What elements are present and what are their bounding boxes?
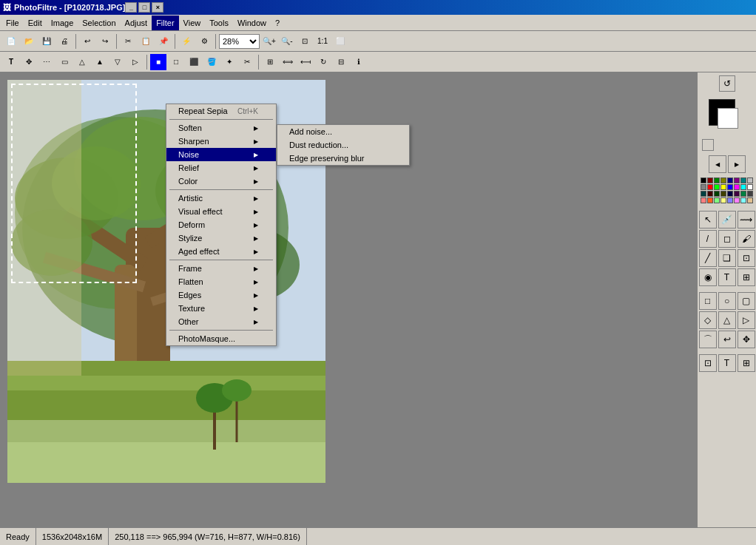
- filter-soften[interactable]: Soften ▶: [166, 121, 276, 135]
- triangle-tool[interactable]: △: [718, 311, 736, 329]
- palette-magenta[interactable]: [734, 184, 740, 190]
- filter-repeat-sepia[interactable]: Repeat Sepia Ctrl+K: [166, 104, 276, 118]
- filter-relief[interactable]: Relief ▶: [166, 161, 276, 175]
- palette-c18[interactable]: [707, 191, 713, 197]
- fill-tool[interactable]: 🪣: [203, 54, 220, 70]
- grid2-tool[interactable]: ⊞: [738, 354, 755, 372]
- zoom-fit-button[interactable]: ⊡: [297, 33, 313, 50]
- palette-black[interactable]: [701, 177, 706, 183]
- copy-button[interactable]: 📋: [138, 33, 154, 50]
- palette-c32[interactable]: [747, 197, 753, 203]
- palette-cyan[interactable]: [740, 184, 746, 190]
- edge-preserving-blur-item[interactable]: Edge preserving blur: [277, 152, 409, 165]
- menu-help[interactable]: ?: [271, 16, 284, 30]
- menu-edit[interactable]: Edit: [24, 16, 47, 30]
- palette-c28[interactable]: [720, 197, 726, 203]
- mirror-tool[interactable]: ⟻: [297, 54, 314, 70]
- palette-darkred[interactable]: [707, 177, 713, 183]
- paste-button[interactable]: 📌: [155, 33, 172, 50]
- close-button[interactable]: ×: [152, 2, 163, 13]
- palette-purple[interactable]: [734, 177, 740, 183]
- palette-c21[interactable]: [727, 191, 733, 197]
- zoom-in-button[interactable]: 🔍+: [261, 33, 277, 50]
- zoom-select[interactable]: 28% 50% 100%: [219, 34, 260, 49]
- color1-tool[interactable]: ■: [150, 54, 166, 70]
- palette-c26[interactable]: [707, 197, 713, 203]
- palette-c17[interactable]: [701, 191, 706, 197]
- palette-c19[interactable]: [714, 191, 720, 197]
- filter-flatten[interactable]: Flatten ▶: [166, 275, 276, 288]
- flip-tool[interactable]: ⟺: [280, 54, 296, 70]
- copy2-tool[interactable]: ⊞: [262, 54, 278, 70]
- filter-other[interactable]: Other ▶: [166, 315, 276, 328]
- palette-white[interactable]: [747, 184, 753, 190]
- diamond-tool[interactable]: ◇: [699, 311, 717, 329]
- palette-green[interactable]: [714, 184, 720, 190]
- menu-adjust[interactable]: Adjust: [121, 16, 152, 30]
- palette-c29[interactable]: [727, 197, 733, 203]
- tri3-tool[interactable]: ▽: [109, 54, 126, 70]
- palette-c23[interactable]: [740, 191, 746, 197]
- canvas-area[interactable]: Repeat Sepia Ctrl+K Soften ▶ Sharpen ▶ N…: [0, 72, 697, 527]
- right-tri-tool[interactable]: ▷: [738, 311, 755, 329]
- palette-darkgreen[interactable]: [714, 177, 720, 183]
- filter-stylize[interactable]: Stylize ▶: [166, 231, 276, 245]
- paint-tool[interactable]: 🖌: [738, 230, 755, 248]
- rect-select[interactable]: ▭: [56, 54, 72, 70]
- palette-silver[interactable]: [747, 177, 753, 183]
- palette-olive[interactable]: [720, 177, 726, 183]
- menu-window[interactable]: Window: [233, 16, 271, 30]
- fill-bucket[interactable]: ⊡: [738, 249, 755, 267]
- menu-image[interactable]: Image: [47, 16, 78, 30]
- tri1-tool[interactable]: △: [74, 54, 90, 70]
- menu-view[interactable]: View: [179, 16, 206, 30]
- palette-c31[interactable]: [740, 197, 746, 203]
- filter-deform[interactable]: Deform ▶: [166, 218, 276, 231]
- line-tool[interactable]: ╱: [699, 249, 717, 267]
- print-button[interactable]: 🖨: [56, 33, 72, 50]
- zoom-screen-button[interactable]: ⬜: [332, 33, 348, 50]
- tri2-tool[interactable]: ▲: [92, 54, 108, 70]
- filter-edges[interactable]: Edges ▶: [166, 288, 276, 302]
- move2-tool[interactable]: ✥: [738, 331, 755, 348]
- menu-file[interactable]: File: [1, 16, 24, 30]
- oval-tool[interactable]: ○: [718, 292, 736, 310]
- pencil-tool[interactable]: /: [699, 230, 717, 248]
- dust-reduction-item[interactable]: Dust reduction...: [277, 138, 409, 152]
- magic-tool[interactable]: ✦: [221, 54, 237, 70]
- filter-frame[interactable]: Frame ▶: [166, 262, 276, 275]
- palette-blue[interactable]: [727, 184, 733, 190]
- autofix-button[interactable]: ⚡: [178, 33, 195, 50]
- cursor-tool[interactable]: ↖: [699, 211, 717, 229]
- palette-red[interactable]: [707, 184, 713, 190]
- palette-gray[interactable]: [701, 184, 706, 190]
- eraser-tool[interactable]: ◻: [718, 230, 736, 248]
- filter-aged-effect[interactable]: Aged effect ▶: [166, 245, 276, 258]
- new-button[interactable]: 📄: [3, 33, 19, 50]
- redo-button[interactable]: ↪: [97, 33, 113, 50]
- menu-filter[interactable]: Filter: [152, 16, 178, 30]
- grid-tool[interactable]: ⊟: [333, 54, 349, 70]
- cut-button[interactable]: ✂: [120, 33, 136, 50]
- zoom-1to1-button[interactable]: 1:1: [314, 33, 331, 50]
- save-button[interactable]: 💾: [38, 33, 55, 50]
- freeform-tool[interactable]: ⌒: [699, 331, 717, 348]
- curve-tool[interactable]: ↩: [718, 331, 736, 348]
- color2-tool[interactable]: □: [168, 54, 184, 70]
- text2-tool[interactable]: T: [718, 354, 736, 372]
- info-tool[interactable]: ℹ: [351, 54, 367, 70]
- stamp-tool[interactable]: ❑: [718, 249, 736, 267]
- filter-visual-effect[interactable]: Visual effect ▶: [166, 205, 276, 218]
- autofix2-button[interactable]: ⚙: [196, 33, 212, 50]
- text-tool[interactable]: T: [3, 54, 19, 70]
- undo-button[interactable]: ↩: [79, 33, 95, 50]
- palette-prev[interactable]: ◀: [709, 155, 726, 173]
- menu-tools[interactable]: Tools: [205, 16, 233, 30]
- dropper-tool[interactable]: 💉: [718, 211, 736, 229]
- move-tool[interactable]: ✥: [21, 54, 37, 70]
- crop-tool[interactable]: ✂: [239, 54, 255, 70]
- burn-tool[interactable]: ⊞: [738, 268, 755, 286]
- filter-photomasque[interactable]: PhotoMasque...: [166, 332, 276, 345]
- palette-c27[interactable]: [714, 197, 720, 203]
- background-color[interactable]: [718, 108, 738, 129]
